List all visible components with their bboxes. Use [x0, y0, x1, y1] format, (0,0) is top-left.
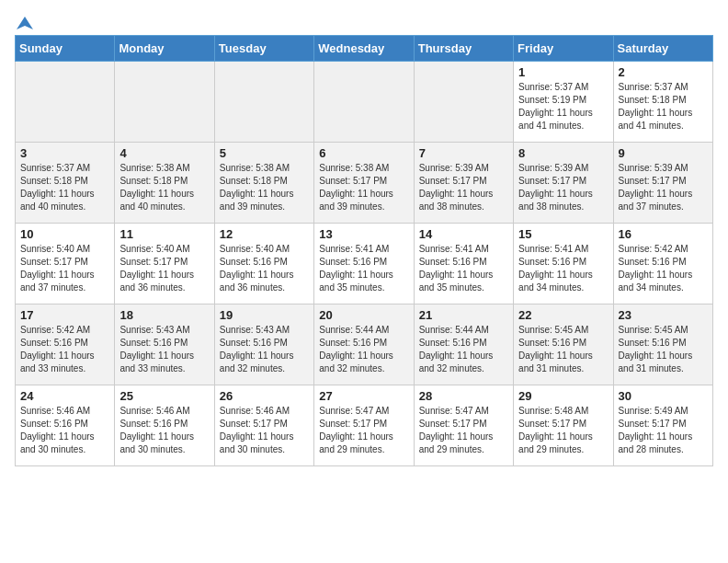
day-info: Sunrise: 5:45 AMSunset: 5:16 PMDaylight:… [518, 324, 608, 375]
day-info: Sunrise: 5:39 AMSunset: 5:17 PMDaylight:… [619, 162, 708, 213]
calendar-day-cell: 10Sunrise: 5:40 AMSunset: 5:17 PMDayligh… [16, 224, 115, 304]
weekday-header-sunday: Sunday [16, 36, 115, 62]
day-info: Sunrise: 5:47 AMSunset: 5:17 PMDaylight:… [419, 405, 508, 456]
day-number: 13 [319, 227, 408, 241]
day-info: Sunrise: 5:38 AMSunset: 5:17 PMDaylight:… [319, 162, 408, 213]
day-number: 14 [419, 227, 508, 241]
calendar-week-row: 10Sunrise: 5:40 AMSunset: 5:17 PMDayligh… [16, 224, 713, 304]
day-info: Sunrise: 5:41 AMSunset: 5:16 PMDaylight:… [419, 243, 508, 294]
calendar-day-cell: 9Sunrise: 5:39 AMSunset: 5:17 PMDaylight… [613, 143, 712, 224]
calendar-day-cell: 24Sunrise: 5:46 AMSunset: 5:16 PMDayligh… [16, 385, 115, 466]
calendar-day-cell: 19Sunrise: 5:43 AMSunset: 5:16 PMDayligh… [214, 304, 313, 385]
day-number: 18 [119, 308, 209, 322]
day-info: Sunrise: 5:45 AMSunset: 5:16 PMDaylight:… [619, 324, 708, 375]
day-info: Sunrise: 5:46 AMSunset: 5:16 PMDaylight:… [119, 405, 209, 456]
day-number: 25 [119, 389, 209, 403]
page-header [15, 15, 713, 28]
calendar-day-cell: 23Sunrise: 5:45 AMSunset: 5:16 PMDayligh… [613, 304, 712, 385]
logo [15, 15, 33, 28]
day-info: Sunrise: 5:39 AMSunset: 5:17 PMDaylight:… [419, 162, 508, 213]
calendar-week-row: 17Sunrise: 5:42 AMSunset: 5:16 PMDayligh… [16, 304, 713, 385]
calendar-day-cell: 21Sunrise: 5:44 AMSunset: 5:16 PMDayligh… [414, 304, 513, 385]
calendar-day-cell: 14Sunrise: 5:41 AMSunset: 5:16 PMDayligh… [414, 224, 513, 304]
day-info: Sunrise: 5:40 AMSunset: 5:17 PMDaylight:… [119, 243, 209, 294]
day-number: 30 [619, 389, 708, 403]
day-info: Sunrise: 5:49 AMSunset: 5:17 PMDaylight:… [619, 405, 708, 456]
calendar-day-cell: 3Sunrise: 5:37 AMSunset: 5:18 PMDaylight… [16, 143, 115, 224]
day-info: Sunrise: 5:41 AMSunset: 5:16 PMDaylight:… [518, 243, 608, 294]
calendar-day-cell: 25Sunrise: 5:46 AMSunset: 5:16 PMDayligh… [115, 385, 214, 466]
day-info: Sunrise: 5:40 AMSunset: 5:16 PMDaylight:… [220, 243, 309, 294]
svg-marker-0 [17, 17, 33, 29]
day-info: Sunrise: 5:42 AMSunset: 5:16 PMDaylight:… [20, 324, 109, 375]
calendar-day-cell: 7Sunrise: 5:39 AMSunset: 5:17 PMDaylight… [414, 143, 513, 224]
day-info: Sunrise: 5:47 AMSunset: 5:17 PMDaylight:… [319, 405, 408, 456]
calendar-day-cell: 18Sunrise: 5:43 AMSunset: 5:16 PMDayligh… [115, 304, 214, 385]
day-info: Sunrise: 5:37 AMSunset: 5:19 PMDaylight:… [518, 81, 608, 132]
calendar-day-cell: 22Sunrise: 5:45 AMSunset: 5:16 PMDayligh… [514, 304, 613, 385]
day-number: 23 [619, 308, 708, 322]
calendar-day-cell: 28Sunrise: 5:47 AMSunset: 5:17 PMDayligh… [414, 385, 513, 466]
day-number: 26 [220, 389, 309, 403]
calendar-table: SundayMondayTuesdayWednesdayThursdayFrid… [15, 35, 713, 466]
day-info: Sunrise: 5:40 AMSunset: 5:17 PMDaylight:… [20, 243, 109, 294]
day-info: Sunrise: 5:48 AMSunset: 5:17 PMDaylight:… [518, 405, 608, 456]
calendar-day-cell: 4Sunrise: 5:38 AMSunset: 5:18 PMDaylight… [115, 143, 214, 224]
day-info: Sunrise: 5:43 AMSunset: 5:16 PMDaylight:… [220, 324, 309, 375]
empty-cell [314, 62, 414, 143]
day-info: Sunrise: 5:37 AMSunset: 5:18 PMDaylight:… [20, 162, 109, 213]
weekday-header-saturday: Saturday [613, 36, 712, 62]
day-number: 19 [220, 308, 309, 322]
day-number: 17 [20, 308, 109, 322]
weekday-header-thursday: Thursday [414, 36, 513, 62]
calendar-day-cell: 29Sunrise: 5:48 AMSunset: 5:17 PMDayligh… [514, 385, 613, 466]
day-info: Sunrise: 5:44 AMSunset: 5:16 PMDaylight:… [319, 324, 408, 375]
calendar-day-cell: 20Sunrise: 5:44 AMSunset: 5:16 PMDayligh… [314, 304, 414, 385]
day-number: 7 [419, 146, 508, 160]
day-info: Sunrise: 5:46 AMSunset: 5:16 PMDaylight:… [20, 405, 109, 456]
empty-cell [115, 62, 214, 143]
calendar-day-cell: 15Sunrise: 5:41 AMSunset: 5:16 PMDayligh… [514, 224, 613, 304]
day-info: Sunrise: 5:44 AMSunset: 5:16 PMDaylight:… [419, 324, 508, 375]
day-number: 9 [619, 146, 708, 160]
day-number: 1 [518, 65, 608, 79]
day-number: 28 [419, 389, 508, 403]
weekday-header-monday: Monday [115, 36, 214, 62]
calendar-day-cell: 17Sunrise: 5:42 AMSunset: 5:16 PMDayligh… [16, 304, 115, 385]
day-number: 2 [619, 65, 708, 79]
calendar-day-cell: 13Sunrise: 5:41 AMSunset: 5:16 PMDayligh… [314, 224, 414, 304]
day-number: 10 [20, 227, 109, 241]
calendar-day-cell: 2Sunrise: 5:37 AMSunset: 5:18 PMDaylight… [613, 62, 712, 143]
day-number: 22 [518, 308, 608, 322]
day-number: 15 [518, 227, 608, 241]
calendar-day-cell: 8Sunrise: 5:39 AMSunset: 5:17 PMDaylight… [514, 143, 613, 224]
calendar-day-cell: 16Sunrise: 5:42 AMSunset: 5:16 PMDayligh… [613, 224, 712, 304]
day-info: Sunrise: 5:41 AMSunset: 5:16 PMDaylight:… [319, 243, 408, 294]
day-info: Sunrise: 5:37 AMSunset: 5:18 PMDaylight:… [619, 81, 708, 132]
calendar-day-cell: 12Sunrise: 5:40 AMSunset: 5:16 PMDayligh… [214, 224, 313, 304]
calendar-day-cell: 26Sunrise: 5:46 AMSunset: 5:17 PMDayligh… [214, 385, 313, 466]
day-number: 6 [319, 146, 408, 160]
calendar-day-cell: 27Sunrise: 5:47 AMSunset: 5:17 PMDayligh… [314, 385, 414, 466]
day-number: 29 [518, 389, 608, 403]
calendar-week-row: 3Sunrise: 5:37 AMSunset: 5:18 PMDaylight… [16, 143, 713, 224]
weekday-header-tuesday: Tuesday [214, 36, 313, 62]
day-number: 8 [518, 146, 608, 160]
weekday-header-wednesday: Wednesday [314, 36, 414, 62]
day-info: Sunrise: 5:39 AMSunset: 5:17 PMDaylight:… [518, 162, 608, 213]
day-number: 27 [319, 389, 408, 403]
day-info: Sunrise: 5:46 AMSunset: 5:17 PMDaylight:… [220, 405, 309, 456]
calendar-day-cell: 5Sunrise: 5:38 AMSunset: 5:18 PMDaylight… [214, 143, 313, 224]
day-info: Sunrise: 5:43 AMSunset: 5:16 PMDaylight:… [119, 324, 209, 375]
weekday-header-row: SundayMondayTuesdayWednesdayThursdayFrid… [16, 36, 713, 62]
day-number: 4 [119, 146, 209, 160]
day-number: 3 [20, 146, 109, 160]
day-number: 5 [220, 146, 309, 160]
day-number: 20 [319, 308, 408, 322]
day-number: 12 [220, 227, 309, 241]
day-number: 16 [619, 227, 708, 241]
calendar-week-row: 24Sunrise: 5:46 AMSunset: 5:16 PMDayligh… [16, 385, 713, 466]
day-number: 21 [419, 308, 508, 322]
empty-cell [414, 62, 513, 143]
day-info: Sunrise: 5:38 AMSunset: 5:18 PMDaylight:… [119, 162, 209, 213]
